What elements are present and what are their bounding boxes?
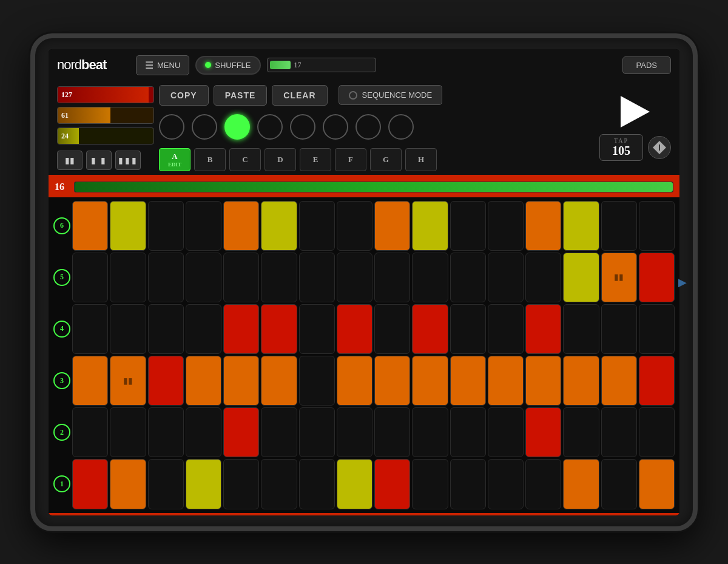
pad-r2-15[interactable]: [639, 407, 675, 457]
nudge-button[interactable]: [648, 136, 671, 159]
pad-r5-12[interactable]: [525, 253, 561, 302]
pad-r6-5[interactable]: [261, 201, 297, 251]
pad-r4-13[interactable]: [563, 304, 599, 354]
pad-r1-0[interactable]: [72, 459, 108, 509]
slider-61[interactable]: 61: [57, 107, 154, 124]
pad-r2-3[interactable]: [186, 407, 221, 457]
pad-r6-14[interactable]: [601, 201, 637, 251]
pad-r6-0[interactable]: [72, 201, 108, 251]
paste-button[interactable]: PASTE: [214, 85, 268, 106]
pad-r4-7[interactable]: [337, 304, 372, 354]
pad-r5-11[interactable]: [488, 253, 524, 302]
pad-r2-2[interactable]: [148, 407, 184, 457]
pad-r1-5[interactable]: [261, 459, 297, 509]
pad-r4-4[interactable]: [223, 304, 259, 354]
groove-btn-2[interactable]: ▮ ▮: [86, 151, 112, 170]
pad-r3-3[interactable]: [186, 356, 221, 406]
pad-r6-6[interactable]: [299, 201, 335, 251]
progress-bar[interactable]: [74, 182, 673, 192]
pad-r4-5[interactable]: [261, 304, 297, 354]
pad-r2-4[interactable]: [223, 407, 259, 457]
pad-r4-2[interactable]: [148, 304, 184, 354]
pad-r3-9[interactable]: [412, 356, 448, 406]
pad-r6-7[interactable]: [337, 201, 372, 251]
pad-r5-9[interactable]: [412, 253, 448, 302]
pad-r1-13[interactable]: [563, 459, 599, 509]
pad-r5-2[interactable]: [148, 253, 184, 302]
pad-r4-6[interactable]: [299, 304, 335, 354]
pad-r3-7[interactable]: [337, 356, 372, 406]
pad-r6-2[interactable]: [148, 201, 184, 251]
pad-r6-10[interactable]: [450, 201, 486, 251]
pad-r1-8[interactable]: [374, 459, 410, 509]
seq-slot-c[interactable]: C: [229, 148, 261, 171]
pad-r5-15[interactable]: [639, 253, 675, 302]
seq-slot-f[interactable]: F: [335, 148, 366, 171]
pad-r1-9[interactable]: [412, 459, 448, 509]
seq-slot-b[interactable]: B: [194, 148, 226, 171]
seq-slot-a[interactable]: A EDIT: [159, 148, 190, 171]
pad-r5-4[interactable]: [223, 253, 259, 302]
pad-r2-1[interactable]: [110, 407, 146, 457]
pad-r5-13[interactable]: [563, 253, 599, 302]
pad-r6-3[interactable]: [186, 201, 221, 251]
pad-r6-4[interactable]: [223, 201, 259, 251]
pad-r1-7[interactable]: [337, 459, 372, 509]
seq-slot-d[interactable]: D: [265, 148, 296, 171]
pad-r4-10[interactable]: [450, 304, 486, 354]
pad-r4-12[interactable]: [525, 304, 561, 354]
pad-r1-12[interactable]: [525, 459, 561, 509]
pad-r2-14[interactable]: [601, 407, 637, 457]
pad-r5-7[interactable]: [337, 253, 372, 302]
pad-r2-9[interactable]: [412, 407, 448, 457]
pad-r1-1[interactable]: [110, 459, 146, 509]
copy-button[interactable]: COPY: [159, 85, 209, 106]
pad-r3-15[interactable]: [639, 356, 675, 406]
pat-circle-5[interactable]: [290, 114, 315, 140]
pad-r3-8[interactable]: [374, 356, 410, 406]
pad-r2-0[interactable]: [72, 407, 108, 457]
tap-bpm-display[interactable]: TAP 105: [599, 134, 643, 161]
pad-r2-7[interactable]: [337, 407, 372, 457]
menu-button[interactable]: ☰ MENU: [136, 55, 189, 75]
pad-r5-14[interactable]: ▮▮: [601, 253, 637, 302]
seq-slot-e[interactable]: E: [300, 148, 331, 171]
pad-r2-5[interactable]: [261, 407, 297, 457]
pad-r6-12[interactable]: [525, 201, 561, 251]
pad-r3-11[interactable]: [488, 356, 524, 406]
pad-r4-3[interactable]: [186, 304, 221, 354]
slider-24[interactable]: 24: [57, 127, 154, 144]
pad-r3-0[interactable]: [72, 356, 108, 406]
pad-r6-8[interactable]: [374, 201, 410, 251]
pad-r3-6[interactable]: [299, 356, 335, 406]
pad-r4-8[interactable]: [374, 304, 410, 354]
pad-r2-13[interactable]: [563, 407, 599, 457]
pad-r4-0[interactable]: [72, 304, 108, 354]
seq-slot-h[interactable]: H: [405, 148, 437, 171]
seq-slot-g[interactable]: G: [370, 148, 402, 171]
pad-r3-5[interactable]: [261, 356, 297, 406]
pad-r3-14[interactable]: [601, 356, 637, 406]
pad-r5-3[interactable]: [186, 253, 221, 302]
pat-circle-6[interactable]: [323, 114, 348, 140]
pad-r5-0[interactable]: [72, 253, 108, 302]
pat-circle-3[interactable]: [224, 114, 250, 140]
groove-btn-1[interactable]: ▮▮: [57, 151, 83, 170]
pad-r6-1[interactable]: [110, 201, 146, 251]
pad-r3-13[interactable]: [563, 356, 599, 406]
play-button[interactable]: [616, 95, 655, 128]
clear-button[interactable]: CLEAR: [272, 85, 327, 106]
pad-r2-8[interactable]: [374, 407, 410, 457]
pad-r6-13[interactable]: [563, 201, 599, 251]
pad-r2-11[interactable]: [488, 407, 524, 457]
sequence-mode-button[interactable]: SEQUENCE MODE: [339, 85, 443, 105]
pad-r1-4[interactable]: [223, 459, 259, 509]
pad-r4-14[interactable]: [601, 304, 637, 354]
pad-r3-10[interactable]: [450, 356, 486, 406]
slider-127[interactable]: 127: [57, 86, 154, 103]
pad-r5-1[interactable]: [110, 253, 146, 302]
pad-r1-3[interactable]: [186, 459, 221, 509]
pad-r6-15[interactable]: [639, 201, 675, 251]
pad-r1-14[interactable]: [601, 459, 637, 509]
pad-r4-15[interactable]: [639, 304, 675, 354]
